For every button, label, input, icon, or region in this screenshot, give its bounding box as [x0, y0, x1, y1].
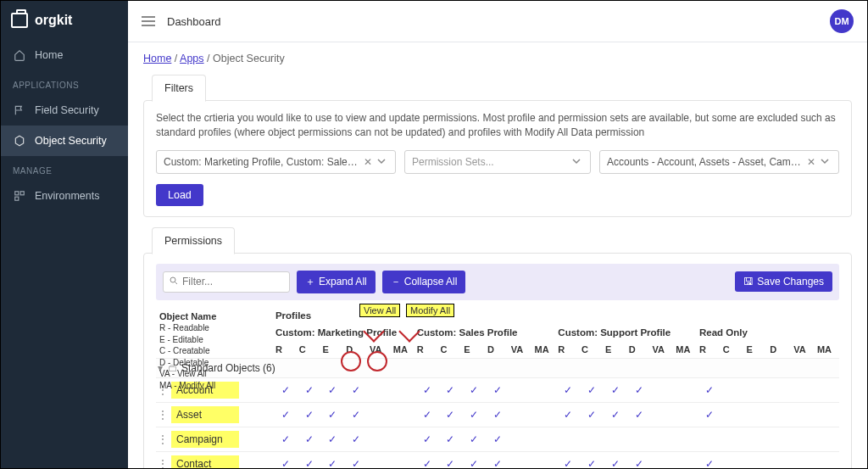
clear-icon[interactable]: ✕ [804, 156, 818, 168]
perm-cell[interactable]: ✓ [604, 377, 627, 402]
perm-cell[interactable] [745, 427, 769, 451]
drag-handle-icon[interactable]: ⋮ [158, 409, 171, 421]
search-input[interactable] [182, 276, 284, 288]
perm-cell[interactable]: ✓ [462, 427, 486, 451]
filters-tab[interactable]: Filters [152, 75, 206, 102]
perm-cell[interactable] [368, 451, 392, 468]
perm-cell[interactable]: ✓ [415, 451, 439, 468]
perm-cell[interactable]: ✓ [698, 377, 721, 402]
perm-cell[interactable]: ✓ [344, 377, 368, 402]
perm-cell[interactable]: ✓ [298, 427, 321, 451]
perm-cell[interactable] [674, 377, 698, 402]
perm-cell[interactable]: ✓ [415, 377, 439, 402]
perm-cell[interactable]: ✓ [580, 377, 604, 402]
breadcrumb-home[interactable]: Home [143, 53, 171, 64]
perm-cell[interactable] [533, 427, 557, 451]
perm-cell[interactable] [815, 451, 839, 468]
sidebar-item-home[interactable]: Home [1, 40, 128, 70]
perm-cell[interactable] [509, 427, 533, 451]
clear-icon[interactable]: ✕ [361, 156, 375, 168]
perm-cell[interactable]: ✓ [344, 427, 368, 451]
perm-cell[interactable]: ✓ [438, 402, 462, 427]
sidebar-item-environments[interactable]: Environments [1, 181, 128, 211]
perm-cell[interactable]: ✓ [486, 402, 509, 427]
perm-cell[interactable]: ✓ [556, 402, 580, 427]
perm-cell[interactable]: ✓ [274, 451, 298, 468]
perm-cell[interactable] [509, 451, 533, 468]
perm-cell[interactable]: ✓ [486, 377, 509, 402]
perm-cell[interactable]: ✓ [462, 377, 486, 402]
perm-cell[interactable]: ✓ [298, 402, 321, 427]
search-box[interactable] [163, 271, 290, 293]
perm-cell[interactable] [392, 377, 415, 402]
load-button[interactable]: Load [156, 184, 203, 206]
perm-cell[interactable]: ✓ [486, 427, 509, 451]
sidebar-item-field-security[interactable]: Field Security [1, 95, 128, 126]
profiles-combo[interactable]: Custom: Marketing Profile, Custom: Sales… [156, 150, 396, 174]
perm-cell[interactable] [745, 451, 769, 468]
perm-cell[interactable]: ✓ [627, 451, 651, 468]
perm-cell[interactable] [674, 402, 698, 427]
perm-cell[interactable] [580, 427, 604, 451]
perm-cell[interactable]: ✓ [438, 451, 462, 468]
perm-cell[interactable]: ✓ [438, 427, 462, 451]
perm-cell[interactable]: ✓ [298, 377, 321, 402]
perm-cell[interactable] [815, 402, 839, 427]
perm-cell[interactable]: ✓ [344, 402, 368, 427]
perm-cell[interactable] [768, 427, 792, 451]
expand-all-button[interactable]: ＋ Expand All [297, 271, 376, 293]
perm-cell[interactable]: ✓ [580, 451, 604, 468]
perm-cell[interactable]: ✓ [321, 402, 345, 427]
perm-cell[interactable] [698, 427, 721, 451]
perm-cell[interactable]: ✓ [415, 427, 439, 451]
perm-cell[interactable] [368, 377, 392, 402]
menu-toggle-icon[interactable] [142, 16, 155, 26]
perm-cell[interactable]: ✓ [627, 377, 651, 402]
perm-cell[interactable]: ✓ [486, 451, 509, 468]
perm-cell[interactable] [792, 451, 815, 468]
objects-combo[interactable]: Accounts - Account, Assets - Asset, Camp… [599, 150, 839, 174]
perm-cell[interactable] [392, 451, 415, 468]
perm-cell[interactable]: ✓ [462, 451, 486, 468]
perm-cell[interactable] [509, 377, 533, 402]
permsets-combo[interactable]: Permission Sets... [404, 150, 591, 174]
perm-cell[interactable]: ✓ [556, 377, 580, 402]
perm-cell[interactable] [533, 451, 557, 468]
chevron-down-icon[interactable] [818, 156, 832, 168]
perm-cell[interactable] [556, 427, 580, 451]
collapse-all-button[interactable]: － Collapse All [382, 271, 466, 293]
perm-cell[interactable]: ✓ [298, 451, 321, 468]
perm-cell[interactable]: ✓ [627, 402, 651, 427]
perm-cell[interactable] [721, 451, 745, 468]
perm-cell[interactable] [368, 427, 392, 451]
perm-cell[interactable]: ✓ [462, 402, 486, 427]
perm-cell[interactable] [815, 427, 839, 451]
perm-cell[interactable] [509, 402, 533, 427]
sidebar-item-object-security[interactable]: Object Security [1, 126, 128, 156]
perm-cell[interactable] [392, 427, 415, 451]
perm-cell[interactable] [768, 402, 792, 427]
perm-cell[interactable]: ✓ [580, 402, 604, 427]
perm-cell[interactable] [674, 427, 698, 451]
permissions-tab[interactable]: Permissions [152, 227, 235, 254]
perm-cell[interactable] [768, 377, 792, 402]
perm-cell[interactable] [674, 451, 698, 468]
chevron-down-icon[interactable] [375, 156, 388, 168]
perm-cell[interactable]: ✓ [274, 377, 298, 402]
perm-cell[interactable]: ✓ [274, 427, 298, 451]
perm-cell[interactable]: ✓ [321, 451, 345, 468]
perm-cell[interactable] [745, 402, 769, 427]
perm-cell[interactable] [768, 451, 792, 468]
perm-cell[interactable] [721, 377, 745, 402]
save-changes-button[interactable]: 🖫 Save Changes [735, 271, 832, 292]
perm-cell[interactable]: ✓ [274, 402, 298, 427]
perm-cell[interactable] [627, 427, 651, 451]
perm-cell[interactable] [604, 427, 627, 451]
perm-cell[interactable]: ✓ [556, 451, 580, 468]
perm-cell[interactable]: ✓ [344, 451, 368, 468]
perm-cell[interactable]: ✓ [321, 377, 345, 402]
perm-cell[interactable] [721, 427, 745, 451]
chevron-down-icon[interactable] [570, 156, 583, 168]
drag-handle-icon[interactable]: ⋮ [158, 458, 171, 468]
perm-cell[interactable] [650, 451, 674, 468]
